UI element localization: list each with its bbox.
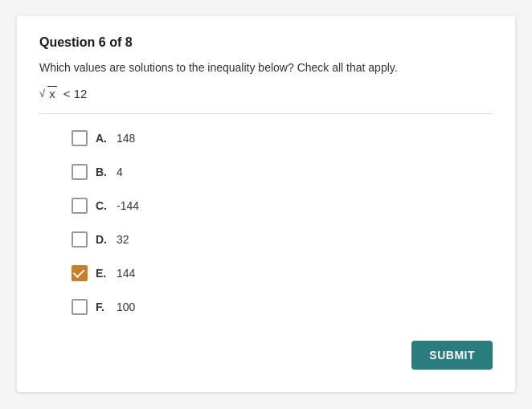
checkbox-a[interactable] <box>72 130 88 146</box>
checkbox-f[interactable] <box>72 299 88 315</box>
option-label-f: F. <box>96 301 108 313</box>
option-label-e: E. <box>96 267 108 280</box>
option-value-f: 100 <box>117 301 135 313</box>
quiz-card: Question 6 of 8 Which values are solutio… <box>17 16 515 392</box>
option-label-b: B. <box>96 166 108 178</box>
option-item-d[interactable]: D.32 <box>72 231 493 247</box>
option-item-f[interactable]: F.100 <box>72 299 493 315</box>
question-header: Question 6 of 8 <box>39 35 493 50</box>
option-value-e: 144 <box>117 267 135 280</box>
sqrt-expression: √x <box>39 86 57 100</box>
checkbox-e[interactable] <box>72 265 88 281</box>
option-value-a: 148 <box>117 132 135 145</box>
option-item-e[interactable]: E.144 <box>72 265 493 281</box>
inequality-display: √x < 12 <box>39 86 493 100</box>
checkbox-b[interactable] <box>72 164 88 180</box>
question-text: Which values are solutions to the inequa… <box>39 59 493 76</box>
option-value-b: 4 <box>117 166 123 178</box>
submit-row: SUBMIT <box>39 341 493 370</box>
option-label-a: A. <box>96 132 108 145</box>
section-divider <box>39 113 493 114</box>
submit-button[interactable]: SUBMIT <box>411 341 493 370</box>
option-label-c: C. <box>96 199 108 212</box>
option-item-a[interactable]: A.148 <box>72 130 493 146</box>
sqrt-x: x <box>47 86 57 100</box>
option-item-b[interactable]: B.4 <box>72 164 493 180</box>
option-label-d: D. <box>96 233 108 246</box>
option-value-d: 32 <box>117 233 129 246</box>
checkbox-c[interactable] <box>72 198 88 214</box>
options-list: A.148B.4C.-144D.32E.144F.100 <box>72 130 493 315</box>
option-value-c: -144 <box>117 199 139 212</box>
checkbox-d[interactable] <box>72 231 88 247</box>
inequality-operator: < 12 <box>60 87 88 100</box>
sqrt-symbol: √ <box>39 88 45 100</box>
option-item-c[interactable]: C.-144 <box>72 198 493 214</box>
